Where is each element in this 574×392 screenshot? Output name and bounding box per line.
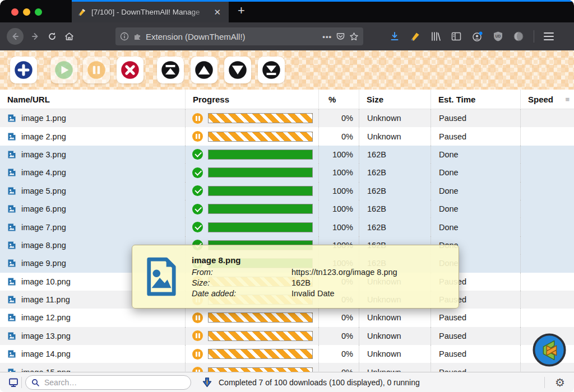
nav-left-group — [7, 28, 75, 45]
file-name: image 5.png — [21, 186, 66, 195]
pocket-icon[interactable] — [336, 32, 345, 41]
file-name: image 12.png — [21, 313, 71, 322]
download-row[interactable]: image 6.png 100% 162B Done — [0, 200, 574, 218]
column-picker-icon[interactable]: ≡ — [565, 95, 570, 104]
tooltip-date-value: Invalid Date — [291, 289, 451, 298]
download-row[interactable]: image 2.png 0% Unknown Paused — [0, 127, 574, 145]
move-to-top-button[interactable] — [157, 57, 184, 83]
progress-bar — [208, 222, 313, 232]
download-row[interactable]: image 1.png 0% Unknown Paused — [0, 109, 574, 127]
name-cell: image 15.png — [0, 363, 185, 372]
progress-cell — [185, 127, 318, 145]
progress-bar — [208, 113, 313, 123]
download-row[interactable]: image 5.png 100% 162B Done — [0, 182, 574, 200]
download-row[interactable]: image 12.png 0% Unknown Paused — [0, 309, 574, 326]
progress-bar — [208, 132, 313, 142]
window-controls — [11, 8, 42, 16]
move-up-icon — [194, 60, 214, 80]
size-cell: Unknown — [359, 345, 430, 363]
download-row[interactable]: image 15.png 0% Unknown Paused — [0, 363, 574, 372]
home-button[interactable] — [64, 31, 75, 41]
download-row[interactable]: image 3.png 100% 162B Done — [0, 146, 574, 164]
ud-shield-icon[interactable]: UD — [493, 31, 503, 42]
move-to-bottom-button[interactable] — [258, 57, 285, 83]
est-time-cell: Done — [430, 146, 520, 164]
size-cell: Unknown — [359, 127, 430, 145]
downthemall-logo — [532, 333, 567, 367]
back-button[interactable] — [7, 28, 24, 45]
progress-cell — [185, 182, 318, 200]
close-window-button[interactable] — [11, 8, 18, 16]
download-row[interactable]: image 13.png 0% Unknown Paused — [0, 327, 574, 345]
sidebar-icon[interactable] — [451, 31, 462, 42]
download-row[interactable]: image 7.png 100% 162B Done — [0, 218, 574, 236]
zoom-window-button[interactable] — [35, 8, 42, 16]
image-file-icon — [7, 223, 16, 232]
image-file-icon — [7, 132, 16, 141]
file-name: image 6.png — [21, 204, 66, 213]
image-file-icon — [7, 349, 16, 358]
speed-cell — [520, 109, 574, 127]
downloads-icon[interactable] — [389, 31, 400, 42]
move-down-button[interactable] — [224, 57, 251, 83]
progress-cell — [185, 327, 318, 345]
account-icon[interactable] — [471, 31, 483, 43]
minimize-window-button[interactable] — [23, 8, 30, 16]
new-tab-button[interactable]: + — [238, 3, 245, 18]
download-row[interactable]: image 14.png 0% Unknown Paused — [0, 345, 574, 363]
statusbar-dta-arrow-icon — [202, 377, 212, 388]
forward-button[interactable] — [30, 31, 40, 41]
library-icon[interactable] — [430, 31, 441, 42]
column-header-progress[interactable]: Progress — [185, 90, 318, 109]
file-name: image 15.png — [21, 368, 71, 372]
name-cell: image 3.png — [0, 146, 185, 164]
pause-button[interactable] — [83, 57, 110, 83]
size-cell: 162B — [359, 146, 430, 164]
image-file-icon — [7, 204, 16, 213]
tab-close-icon[interactable]: ✕ — [211, 6, 223, 18]
back-arrow-icon — [10, 31, 20, 41]
column-header-size[interactable]: Size — [359, 90, 430, 109]
progress-bar — [208, 367, 313, 372]
speed-cell — [520, 291, 574, 309]
tab-downthemall-manager[interactable]: [7/100] - DownThemAll! Manage ✕ — [72, 2, 229, 22]
extension-puzzle-icon — [133, 32, 142, 41]
app-menu-icon[interactable] — [544, 32, 554, 40]
cancel-button[interactable] — [117, 57, 144, 83]
size-cell: Unknown — [359, 327, 430, 345]
progress-cell — [185, 109, 318, 127]
move-up-button[interactable] — [191, 57, 217, 83]
est-time-cell: Paused — [430, 127, 520, 145]
name-cell: image 6.png — [0, 200, 185, 218]
url-text: Extension (DownThemAll!) — [146, 32, 318, 41]
action-buttons — [10, 57, 285, 83]
column-header-speed[interactable]: Speed ≡ — [520, 90, 574, 109]
tools-monitor-icon[interactable] — [8, 377, 19, 388]
cancel-x-icon — [120, 60, 140, 80]
search-input[interactable] — [43, 377, 185, 388]
name-cell: image 12.png — [0, 309, 185, 326]
page-actions-icon[interactable]: ••• — [322, 32, 332, 41]
column-header-name[interactable]: Name/URL — [0, 90, 185, 109]
est-time-cell: Paused — [430, 309, 520, 326]
progress-cell — [185, 363, 318, 372]
search-box[interactable] — [25, 375, 191, 390]
tooltip-size-label: Size: — [192, 278, 291, 287]
reload-button[interactable] — [47, 31, 57, 41]
column-header-esttime[interactable]: Est. Time — [430, 90, 520, 109]
download-row[interactable]: image 4.png 100% 162B Done — [0, 164, 574, 181]
downthemall-toolbar-icon[interactable] — [410, 31, 420, 42]
search-icon — [31, 379, 39, 386]
extension-globe-icon[interactable] — [513, 31, 524, 42]
bookmark-star-icon[interactable] — [349, 32, 359, 41]
tooltip-title: image 8.png — [192, 255, 451, 265]
column-header-percent[interactable]: % — [318, 90, 359, 109]
url-bar[interactable]: Extension (DownThemAll!) ••• — [115, 27, 363, 45]
progress-cell — [185, 200, 318, 218]
resume-button[interactable] — [50, 57, 77, 83]
progress-cell — [185, 218, 318, 236]
settings-gear-icon[interactable]: ⚙ — [555, 377, 565, 388]
name-cell: image 5.png — [0, 182, 185, 200]
add-download-button[interactable] — [10, 57, 37, 83]
page-info-icon[interactable] — [120, 32, 129, 41]
